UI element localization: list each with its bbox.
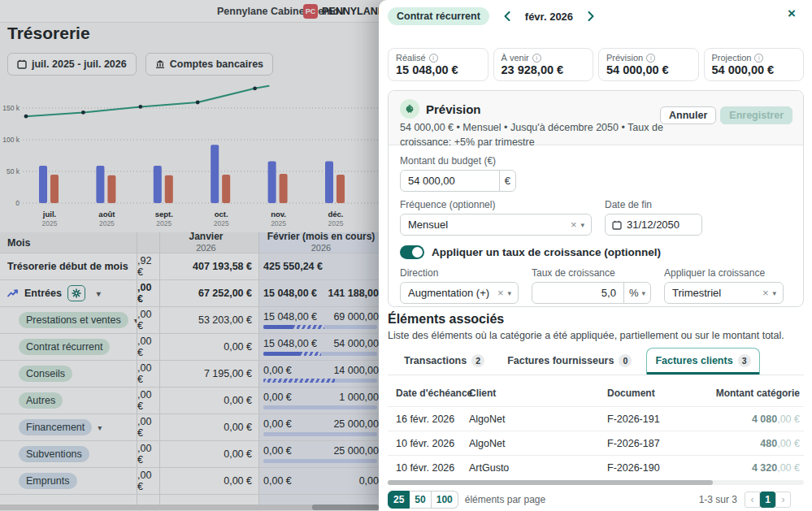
count-badge: 3 <box>738 354 751 367</box>
invoices-table: Date d'échéance Client Document Montant … <box>388 380 804 479</box>
current-page-button[interactable]: 1 <box>760 492 775 508</box>
elements-description: Liste des éléments où la catégorie a été… <box>388 330 784 341</box>
save-button[interactable]: Enregistrer <box>720 106 792 124</box>
previous-page-button[interactable]: ‹ <box>745 492 760 508</box>
page-size-100[interactable]: 100 <box>432 491 458 509</box>
direction-label: Direction <box>400 267 519 279</box>
tab-transactions[interactable]: Transactions 2 <box>396 349 493 375</box>
info-icon[interactable]: i <box>646 54 655 63</box>
category-badge: Contrat récurrent <box>388 7 489 25</box>
col-date: Date d'échéance <box>396 388 472 399</box>
next-page-button[interactable]: › <box>775 492 791 508</box>
info-icon[interactable]: i <box>429 54 438 63</box>
card-a-venir: À veniri 23 928,00 € <box>493 48 594 81</box>
calendar-icon <box>606 220 622 230</box>
chevron-down-icon: ▾ <box>507 289 511 297</box>
stat-cards: Réaliséi 15 048,00 € À veniri 23 928,00 … <box>388 48 804 81</box>
page-size-25[interactable]: 25 <box>388 491 410 509</box>
clear-icon[interactable]: × <box>571 219 577 231</box>
invoice-row[interactable]: 10 févr. 2026 ArtGusto F-2026-190 4 320,… <box>388 455 804 479</box>
range-label: 1-3 sur 3 <box>699 494 737 505</box>
info-icon[interactable]: i <box>532 54 541 63</box>
frequency-select[interactable]: Mensuel ×▾ <box>400 214 592 236</box>
month-label: févr. 2026 <box>525 11 573 23</box>
clear-icon[interactable]: × <box>497 287 504 299</box>
per-page-label: éléments par page <box>465 494 545 505</box>
cancel-button[interactable]: Annuler <box>660 106 716 124</box>
budget-amount-input[interactable]: 54 000,00 € <box>400 170 516 192</box>
invoices-header: Date d'échéance Client Document Montant … <box>388 380 804 406</box>
count-badge: 2 <box>471 354 484 367</box>
info-icon[interactable]: i <box>754 54 763 63</box>
percent-suffix: %▾ <box>623 283 650 303</box>
apply-growth-select[interactable]: Trimestriel ×▾ <box>664 282 784 304</box>
count-badge: 0 <box>619 354 632 367</box>
euro-suffix: € <box>499 171 515 191</box>
category-detail-drawer: Contrat récurrent févr. 2026 × Réaliséi … <box>379 0 812 511</box>
end-date-label: Date de fin <box>605 199 702 210</box>
scrollbar-thumb[interactable] <box>388 480 713 485</box>
pagination: 25 50 100 éléments par page 1-3 sur 3 ‹ … <box>388 491 804 509</box>
pager: ‹ 1 › <box>745 492 791 508</box>
amount-label: Montant du budget (€) <box>400 155 792 167</box>
growth-toggle[interactable] <box>400 245 424 259</box>
direction-select[interactable]: Augmentation (+) ×▾ <box>400 282 519 304</box>
previous-month-button[interactable] <box>501 10 514 23</box>
apply-growth-label: Appliquer la croissance <box>664 267 784 279</box>
chevron-down-icon: ▾ <box>772 289 776 297</box>
close-icon[interactable]: × <box>788 6 796 20</box>
col-client: Client <box>469 388 496 399</box>
clear-icon[interactable]: × <box>762 287 769 299</box>
card-prevision: Prévisioni 54 000,00 € <box>598 48 699 81</box>
elements-title: Éléments associés <box>388 312 504 327</box>
chevron-down-icon: ▾ <box>580 221 584 229</box>
frequency-label: Fréquence (optionnel) <box>400 199 592 210</box>
drawer-header: Contrat récurrent févr. 2026 <box>388 7 597 25</box>
card-realise: Réaliséi 15 048,00 € <box>388 48 489 81</box>
page-size-50[interactable]: 50 <box>410 491 431 509</box>
growth-toggle-label: Appliquer un taux de croissance (optionn… <box>432 246 661 258</box>
col-amount: Montant catégorie <box>716 388 800 399</box>
tab-factures-fournisseurs[interactable]: Factures fournisseurs 0 <box>499 349 640 375</box>
tab-factures-clients[interactable]: Factures clients 3 <box>646 348 759 375</box>
invoice-row[interactable]: 16 févr. 2026 AlgoNet F-2026-191 4 080,0… <box>388 406 804 431</box>
drawer-horizontal-scrollbar[interactable] <box>388 480 804 485</box>
page-size-selector: 25 50 100 <box>388 491 458 509</box>
prevision-header: Prévision 54 000,00 € • Mensuel • Jusqu'… <box>389 91 803 145</box>
card-projection: Projectioni 54 000,00 € <box>704 48 805 81</box>
elements-tabs: Transactions 2 Factures fournisseurs 0 F… <box>388 349 804 375</box>
growth-rate-label: Taux de croissance <box>532 267 651 279</box>
prevision-card: Prévision 54 000,00 € • Mensuel • Jusqu'… <box>388 90 804 307</box>
chevron-down-icon: ▾ <box>641 289 645 297</box>
next-month-button[interactable] <box>584 10 597 23</box>
growth-rate-input[interactable]: 5,0 %▾ <box>532 282 651 304</box>
end-date-input[interactable]: 31/12/2050 <box>605 214 702 236</box>
piggy-bank-icon <box>400 99 419 119</box>
prevision-form: Montant du budget (€) 54 000,00 € Fréque… <box>389 145 803 307</box>
prevision-title: Prévision <box>426 102 481 116</box>
invoice-row[interactable]: 10 févr. 2026 AlgoNet F-2026-187 480,00 … <box>388 431 804 455</box>
col-document: Document <box>607 388 655 399</box>
